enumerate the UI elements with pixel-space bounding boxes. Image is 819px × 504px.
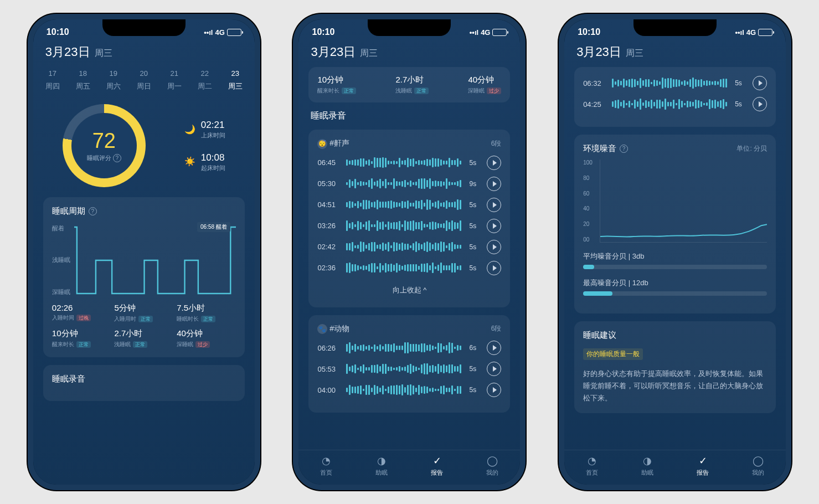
tab-首页[interactable]: ◔首页 — [564, 455, 620, 477]
audio-item: 03:26 5s — [317, 219, 501, 233]
tab-助眠[interactable]: ◑助眠 — [354, 455, 409, 477]
snore-group: 😴 #鼾声 6段 06:45 5s 05:30 9s 04:51 5s 03:2… — [308, 130, 510, 307]
score-ring: 72 睡眠评分 ? — [63, 104, 146, 187]
avg-noise: 平均噪音分贝 | 3db — [583, 251, 767, 261]
sleep-cycle-chart: 醒着 浅睡眠 深睡眠 06:58 醒着 — [52, 224, 236, 296]
max-noise: 最高噪音分贝 | 12db — [583, 278, 767, 288]
stat-cell: 40分钟深睡眠过少 — [468, 75, 501, 95]
noise-card: 环境噪音 ? 单位: 分贝 1008060402000 平均噪音分贝 | 3db — [574, 135, 776, 313]
tab-icon: ◔ — [564, 455, 620, 467]
tab-我的[interactable]: ◯我的 — [465, 455, 520, 477]
audio-item: 04:25 5s — [583, 97, 767, 111]
battery-icon — [758, 29, 772, 36]
waveform — [612, 77, 729, 89]
stat-cell: 2.7小时浅睡眠正常 — [114, 328, 173, 348]
date-header: 3月23日 周三 — [574, 39, 776, 67]
day-picker[interactable]: 17周四18周五19周六20周日21周一22周二23周三 — [43, 67, 245, 101]
section-title: 睡眠录音 — [311, 110, 508, 122]
wake-time: ☀️ 10:08 起床时间 — [184, 152, 225, 172]
waveform — [346, 199, 463, 211]
phone-3: 10:10 ••ıl 4G 3月23日 周三 06:32 5s 04:25 5s — [559, 14, 791, 490]
unit-label: 单位: 分贝 — [736, 144, 767, 153]
help-icon[interactable]: ? — [620, 145, 628, 153]
help-icon[interactable]: ? — [113, 154, 121, 162]
tab-报告[interactable]: ✓报告 — [409, 455, 465, 477]
collapse-button[interactable]: 向上收起 ^ — [317, 282, 501, 299]
stat-row: 10分钟醒来时长正常2.7小时浅睡眠正常40分钟深睡眠过少 — [308, 67, 510, 102]
animal-group: 🐾 #动物 6段 06:26 6s 05:53 5s 04:00 5s — [308, 315, 510, 413]
day-item[interactable]: 17周四 — [45, 67, 60, 93]
play-button[interactable] — [487, 362, 501, 376]
battery-icon — [227, 29, 241, 36]
waveform — [346, 363, 463, 375]
play-button[interactable] — [487, 177, 501, 191]
chart-tooltip: 06:58 醒着 — [197, 222, 230, 232]
waveform — [346, 157, 463, 169]
waveform — [346, 220, 463, 232]
day-item[interactable]: 19周六 — [106, 67, 121, 93]
tab-icon: ✓ — [409, 455, 465, 467]
waveform — [346, 262, 463, 274]
play-button[interactable] — [487, 156, 501, 170]
bed-time: 🌙 02:21 上床时间 — [184, 119, 225, 139]
tab-报告[interactable]: ✓报告 — [675, 455, 730, 477]
play-button[interactable] — [487, 198, 501, 212]
signal-icon: ••ıl — [204, 28, 213, 37]
play-button[interactable] — [753, 76, 767, 90]
audio-item: 05:30 9s — [317, 177, 501, 191]
tab-我的[interactable]: ◯我的 — [730, 455, 786, 477]
audio-item: 02:36 5s — [317, 261, 501, 275]
audio-item: 06:26 6s — [317, 341, 501, 355]
sun-icon: ☀️ — [184, 156, 195, 167]
status-time: 10:10 — [47, 27, 69, 37]
tab-助眠[interactable]: ◑助眠 — [620, 455, 675, 477]
audio-item: 06:32 5s — [583, 76, 767, 90]
tab-icon: ◑ — [354, 455, 409, 467]
network-label: 4G — [215, 28, 224, 37]
play-button[interactable] — [487, 240, 501, 254]
waveform — [612, 98, 729, 110]
play-button[interactable] — [487, 261, 501, 275]
day-item[interactable]: 18周五 — [76, 67, 90, 93]
day-item[interactable]: 20周日 — [137, 67, 151, 93]
stat-cell: 10分钟醒来时长正常 — [52, 328, 111, 348]
tab-首页[interactable]: ◔首页 — [298, 455, 354, 477]
play-button[interactable] — [487, 219, 501, 233]
tab-icon: ◑ — [620, 455, 675, 467]
phone-2: 10:10 ••ıl 4G 3月23日 周三 10分钟醒来时长正常2.7小时浅睡… — [293, 14, 526, 490]
stat-cell: 7.5小时睡眠时长正常 — [177, 303, 236, 323]
play-button[interactable] — [487, 383, 501, 397]
date-header: 3月23日 周三 — [43, 39, 245, 67]
notch — [102, 19, 186, 36]
top-audio-card: 06:32 5s 04:25 5s — [574, 67, 776, 127]
tabbar: ◔首页◑助眠✓报告◯我的 — [564, 450, 786, 485]
date-main: 3月23日 — [45, 44, 90, 60]
tab-icon: ◯ — [730, 455, 786, 467]
day-item[interactable]: 22周二 — [198, 67, 212, 93]
advice-text: 好的身心状态有助于提高睡眠效率，及时恢复体能。如果睡觉前睡不着，可以听听冥想音乐… — [583, 368, 767, 404]
waveform — [346, 342, 463, 354]
audio-item: 04:51 5s — [317, 198, 501, 212]
notch — [633, 19, 717, 36]
waveform — [346, 178, 463, 190]
tab-icon: ✓ — [675, 455, 730, 467]
recording-card-peek[interactable]: 睡眠录音 — [43, 365, 245, 401]
help-icon[interactable]: ? — [89, 207, 97, 215]
signal-icon: ••ıl — [470, 28, 478, 37]
stat-cell: 10分钟醒来时长正常 — [317, 75, 356, 95]
advice-card: 睡眠建议 你的睡眠质量一般 好的身心状态有助于提高睡眠效率，及时恢复体能。如果睡… — [574, 321, 776, 413]
moon-icon: 🌙 — [184, 124, 195, 135]
stat-grid: 02:26入睡时间过晚5分钟入睡用时正常7.5小时睡眠时长正常10分钟醒来时长正… — [52, 303, 236, 348]
day-item[interactable]: 21周一 — [167, 67, 182, 93]
day-item[interactable]: 23周三 — [228, 67, 243, 93]
play-button[interactable] — [487, 341, 501, 355]
tab-icon: ◯ — [465, 455, 520, 467]
sleep-cycle-card: 睡眠周期 ? 醒着 浅睡眠 深睡眠 06:58 醒着 — [43, 197, 245, 357]
stat-cell: 40分钟深睡眠过少 — [177, 328, 236, 348]
waveform — [346, 384, 463, 396]
stat-cell: 02:26入睡时间过晚 — [52, 303, 111, 323]
group-header: 🐾 #动物 6段 — [317, 324, 501, 335]
audio-item: 02:42 5s — [317, 240, 501, 254]
play-button[interactable] — [753, 97, 767, 111]
noise-chart: 1008060402000 — [583, 160, 767, 243]
